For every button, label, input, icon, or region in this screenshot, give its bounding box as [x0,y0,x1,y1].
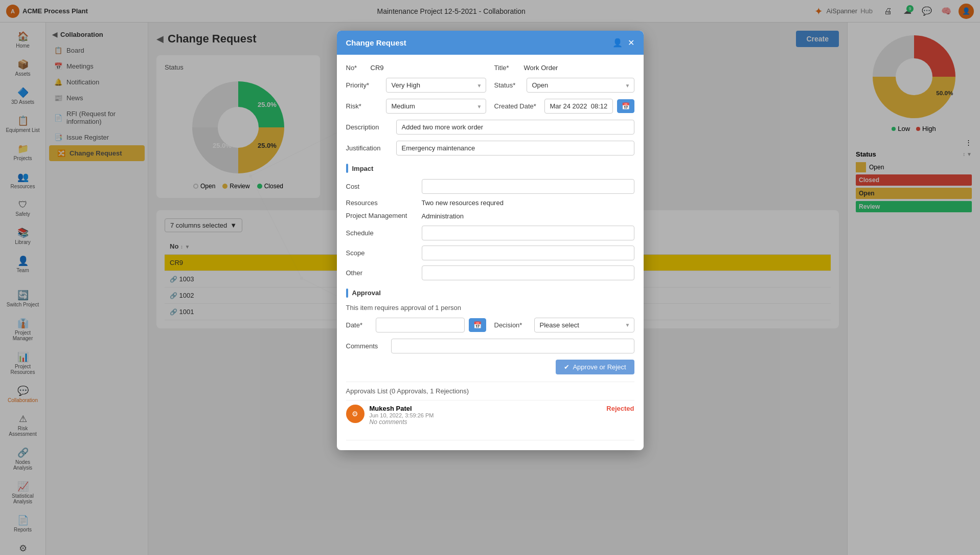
scope-input[interactable] [422,246,634,260]
project-management-label: Project Management [346,212,418,220]
priority-select[interactable]: Very High High Medium Low [386,78,486,93]
status-select[interactable]: Open Closed Review [527,78,634,93]
form-row-schedule: Schedule [346,226,634,240]
change-request-modal: Change Request 👤 ✕ No* CR9 Title* Work O… [337,31,644,450]
cost-input[interactable] [422,179,634,194]
no-value: CR9 [371,64,384,72]
approval-status: Rejected [606,405,634,426]
justification-input[interactable] [396,141,634,156]
approval-date-input[interactable] [376,318,465,332]
title-label: Title* [494,64,520,72]
approval-date-picker[interactable]: 📅 [469,318,486,332]
comments-input[interactable] [391,339,634,353]
modal-close-button[interactable]: ✕ [628,38,634,48]
risk-label: Risk* [346,102,382,110]
modal-header-actions: 👤 ✕ [612,38,634,48]
form-row-resources: Resources Two new resources requred [346,199,634,207]
status-label: Status* [494,81,522,89]
approval-details: Mukesh Patel Jun 10, 2022, 3:59:26 PM No… [370,405,602,426]
project-management-value: Administration [422,212,464,220]
approval-date-label: Date* [346,321,372,329]
modal-header: Change Request 👤 ✕ [337,31,644,55]
resources-label: Resources [346,199,418,207]
form-priority: Priority* Very High High Medium Low [346,78,486,93]
decision-label: Decision* [494,321,530,329]
approve-reject-icon: ✔ [564,363,569,371]
modal-expand-button[interactable]: 👤 [612,38,623,48]
description-label: Description [346,123,392,131]
impact-heading: Impact [346,164,634,173]
approval-date: Jun 10, 2022, 3:59:26 PM [370,412,602,418]
created-date-label: Created Date* [494,102,540,110]
other-label: Other [346,269,418,277]
approve-reject-label: Approve or Reject [573,363,626,371]
schedule-label: Schedule [346,229,418,237]
form-row-other: Other [346,265,634,280]
approval-heading-bar [346,288,348,298]
form-row-no-title: No* CR9 Title* Work Order [346,64,634,72]
comments-label: Comments [346,342,387,350]
form-title: Title* Work Order [494,64,634,72]
form-status: Status* Open Closed Review [494,78,634,93]
uploads-table: Name ↕ ▼ Size ↕ ▼ Uploaded ↕ [346,447,634,450]
approval-heading: Approval [346,288,634,298]
modal-overlay: Change Request 👤 ✕ No* CR9 Title* Work O… [0,0,980,555]
uploads-section: Name ↕ ▼ Size ↕ ▼ Uploaded ↕ [346,440,634,450]
form-row-risk-date: Risk* Very High High Medium Low Created … [346,99,634,114]
resources-value: Two new resources requred [422,199,504,207]
status-select-wrap: Open Closed Review [527,78,634,93]
form-row-comments: Comments [346,339,634,353]
approval-label: Approval [352,289,381,297]
cost-label: Cost [346,183,418,190]
description-input[interactable] [396,120,634,135]
form-row-cost: Cost [346,179,634,194]
uploads-col-size: Size ↕ ▼ [436,447,515,450]
form-row-description: Description [346,120,634,135]
date-picker-button[interactable]: 📅 [617,99,634,113]
form-decision: Decision* Please select Approve Reject [494,318,634,332]
form-row-priority-status: Priority* Very High High Medium Low Stat… [346,78,634,93]
other-input[interactable] [422,265,634,280]
form-created-date: Created Date* 📅 [494,99,634,114]
approval-info: This item requires approval of 1 person [346,304,634,312]
approval-avatar: ⚙ [346,405,364,423]
decision-select[interactable]: Please select Approve Reject [534,318,634,332]
no-label: No* [346,64,367,72]
scope-label: Scope [346,249,418,257]
approve-btn-row: ✔ Approve or Reject [346,360,634,374]
impact-label: Impact [352,165,374,172]
form-approval-date: Date* 📅 [346,318,486,332]
approval-comment: No comments [370,418,602,426]
priority-label: Priority* [346,81,382,89]
justification-label: Justification [346,144,392,152]
impact-heading-bar [346,164,348,173]
approvals-list-title: Approvals List (0 Approvals, 1 Rejection… [346,382,634,395]
form-row-project-mgmt: Project Management Administration [346,212,634,220]
uploads-col-name: Name ↕ ▼ [346,447,437,450]
form-no: No* CR9 [346,64,486,72]
approval-item: ⚙ Mukesh Patel Jun 10, 2022, 3:59:26 PM … [346,400,634,430]
risk-select-wrap: Very High High Medium Low [386,99,486,114]
decision-select-wrap: Please select Approve Reject [534,318,634,332]
title-value: Work Order [524,64,558,72]
created-date-input[interactable] [544,99,613,114]
form-row-scope: Scope [346,246,634,260]
uploads-col-uploaded: Uploaded ↕ ▼ [515,447,634,450]
form-row-justification: Justification [346,141,634,156]
modal-title: Change Request [346,38,406,47]
approve-reject-button[interactable]: ✔ Approve or Reject [556,360,634,374]
modal-body: No* CR9 Title* Work Order Priority* Very… [337,55,644,450]
risk-select[interactable]: Very High High Medium Low [386,99,486,114]
priority-select-wrap: Very High High Medium Low [386,78,486,93]
form-row-date-decision: Date* 📅 Decision* Please select Approve … [346,318,634,332]
schedule-input[interactable] [422,226,634,240]
form-risk: Risk* Very High High Medium Low [346,99,486,114]
approval-name: Mukesh Patel [370,405,602,412]
